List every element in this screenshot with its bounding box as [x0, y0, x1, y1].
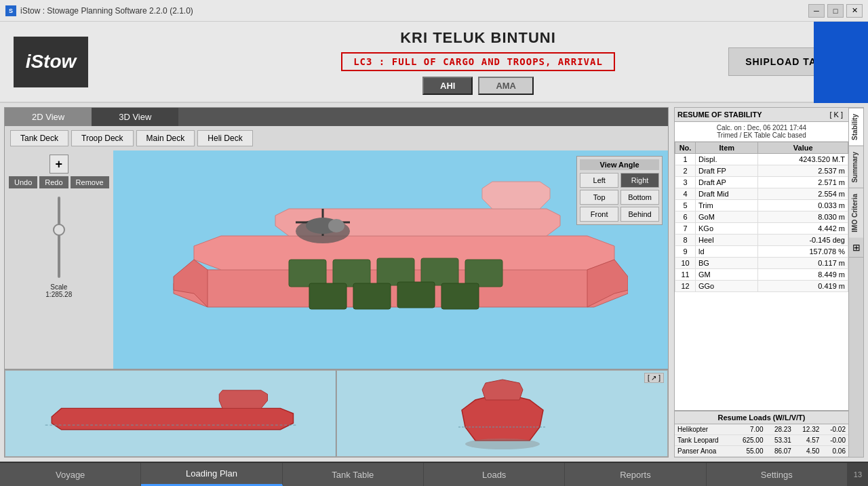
- tank-deck-button[interactable]: Tank Deck: [10, 130, 68, 146]
- side-tab-summary[interactable]: Summary: [849, 146, 863, 188]
- view-angle-title: View Angle: [580, 159, 659, 170]
- left-controls: + Undo Redo Remove Scale 1:285.28: [5, 150, 113, 369]
- resume-loads-title: Resume Loads (W/L/V/T): [675, 411, 848, 424]
- side-view-svg: [42, 380, 300, 447]
- svg-point-19: [328, 219, 344, 232]
- deck-buttons: Tank Deck Troop Deck Main Deck Heli Deck: [5, 126, 668, 150]
- heli-deck-button[interactable]: Heli Deck: [197, 130, 252, 146]
- nav-voyage[interactable]: Voyage: [0, 463, 141, 486]
- scale-label: Scale 1:285.28: [45, 283, 72, 298]
- table-row: 4Draft Mid2.554 m: [675, 188, 848, 200]
- right-panel-wrapper: RESUME OF STABILITY [ K ] Calc. on : Dec…: [674, 107, 864, 458]
- list-item: Helikopter7.0028.2312.32-0.02: [675, 424, 848, 435]
- title-bar: S iStow : Stowage Planning Software 2.2.…: [0, 0, 868, 22]
- window-controls: ─ □ ✕: [808, 4, 863, 18]
- svg-rect-8: [377, 258, 414, 285]
- resume-loads-section: Resume Loads (W/L/V/T) Helikopter7.0028.…: [675, 410, 848, 457]
- view-behind-button[interactable]: Behind: [620, 207, 659, 222]
- svg-rect-7: [333, 260, 370, 287]
- nav-loading-plan[interactable]: Loading Plan: [141, 463, 282, 486]
- table-row: 10BG0.117 m: [675, 258, 848, 269]
- stability-title: RESUME OF STABILITY: [677, 110, 762, 119]
- svg-rect-13: [397, 282, 435, 308]
- stability-calc-info: Calc. on : Dec, 06 2021 17:44 Trimed / E…: [675, 122, 848, 142]
- tab-ahi[interactable]: AHI: [422, 77, 473, 95]
- svg-rect-14: [441, 283, 479, 309]
- nav-reports[interactable]: Reports: [565, 463, 706, 486]
- nav-tank-table[interactable]: Tank Table: [283, 463, 424, 486]
- view-tabs: 2D View 3D View: [5, 108, 668, 126]
- svg-marker-24: [482, 380, 523, 400]
- view-angle-panel: View Angle Left Right Top Bottom Front B…: [576, 156, 663, 225]
- view-left-button[interactable]: Left: [580, 173, 618, 188]
- minimize-button[interactable]: ─: [808, 4, 825, 18]
- resume-loads-table: Helikopter7.0028.2312.32-0.02Tank Leopar…: [675, 424, 848, 457]
- front-view-svg: [435, 373, 570, 454]
- remove-button[interactable]: Remove: [71, 176, 109, 188]
- table-row: 11GM8.449 m: [675, 269, 848, 281]
- slider-thumb[interactable]: [53, 224, 65, 236]
- table-row: 2Draft FP2.537 m: [675, 165, 848, 177]
- redo-button[interactable]: Redo: [39, 176, 68, 188]
- table-row: 12GGo0.419 m: [675, 281, 848, 292]
- footer-nav: Voyage Loading Plan Tank Table Loads Rep…: [0, 462, 868, 486]
- stability-table: No. Item Value 1Displ.4243.520 M.T2Draft…: [675, 142, 848, 410]
- app-header: iStow KRI TELUK BINTUNI LC3 : FULL OF CA…: [0, 22, 868, 103]
- side-tab-icon[interactable]: ⊞: [849, 238, 863, 258]
- expand-button[interactable]: [ ↗ ]: [644, 373, 664, 383]
- col-no: No.: [675, 142, 696, 154]
- nav-loads[interactable]: Loads: [424, 463, 565, 486]
- zoom-slider[interactable]: Scale 1:285.28: [45, 197, 72, 365]
- side-tab-bar: Stability Summary IMO Criteria ⊞: [849, 107, 864, 458]
- view-front-button[interactable]: Front: [580, 207, 618, 222]
- calc-date: Calc. on : Dec, 06 2021 17:44: [679, 124, 844, 131]
- side-tab-stability[interactable]: Stability: [849, 108, 863, 146]
- close-button[interactable]: ✕: [846, 4, 863, 18]
- tab-2d-view[interactable]: 2D View: [5, 108, 92, 126]
- view-right-button[interactable]: Right: [620, 173, 659, 188]
- tab-ama[interactable]: AMA: [478, 77, 534, 95]
- slider-track: [58, 197, 60, 278]
- side-view-left: [5, 370, 336, 457]
- side-tab-imo[interactable]: IMO Criteria: [849, 188, 863, 238]
- list-item: Tank Leopard625.0053.314.57-0.00: [675, 435, 848, 446]
- title-bar-left: S iStow : Stowage Planning Software 2.2.…: [5, 5, 193, 16]
- view-container: 2D View 3D View Tank Deck Troop Deck Mai…: [4, 107, 669, 458]
- view-top-button[interactable]: Top: [580, 190, 618, 205]
- add-button[interactable]: +: [50, 155, 68, 174]
- col-item: Item: [696, 142, 758, 154]
- svg-marker-20: [52, 408, 293, 429]
- col-value: Value: [758, 142, 848, 154]
- blue-accent-bar: [814, 22, 868, 103]
- bottom-split-view: [ ↗ ]: [5, 369, 668, 457]
- table-row: 7KGo4.442 m: [675, 223, 848, 235]
- calc-method: Trimed / EK Table Calc based: [679, 131, 844, 139]
- svg-rect-6: [289, 260, 326, 287]
- side-view-right: [336, 370, 668, 457]
- troop-deck-button[interactable]: Troop Deck: [71, 130, 134, 146]
- svg-marker-3: [482, 182, 550, 209]
- undo-button[interactable]: Undo: [9, 176, 37, 188]
- tab-3d-view[interactable]: 3D View: [92, 108, 178, 126]
- edit-buttons: Undo Redo Remove: [9, 176, 109, 188]
- app-logo: iStow: [14, 37, 88, 87]
- table-row: 3Draft AP2.571 m: [675, 177, 848, 188]
- page-number: 13: [848, 463, 868, 486]
- table-row: 9ld157.078 %: [675, 246, 848, 258]
- svg-rect-12: [353, 283, 391, 309]
- stability-panel-header: RESUME OF STABILITY [ K ]: [675, 108, 848, 122]
- app-title: iStow : Stowage Planning Software 2.2.0 …: [20, 6, 193, 16]
- stability-collapse-button[interactable]: [ K ]: [827, 110, 846, 119]
- table-row: 8Heel-0.145 deg: [675, 235, 848, 246]
- maximize-button[interactable]: □: [827, 4, 844, 18]
- main-deck-button[interactable]: Main Deck: [136, 130, 195, 146]
- list-item: Panser Anoa55.0086.074.500.06: [675, 446, 848, 457]
- stability-panel: RESUME OF STABILITY [ K ] Calc. on : Dec…: [674, 107, 849, 458]
- main-content: 2D View 3D View Tank Deck Troop Deck Mai…: [0, 103, 868, 462]
- nav-settings[interactable]: Settings: [707, 463, 848, 486]
- view-bottom-button[interactable]: Bottom: [620, 190, 659, 205]
- view-body: + Undo Redo Remove Scale 1:285.28: [5, 150, 668, 369]
- view-angle-grid: Left Right Top Bottom Front Behind: [580, 173, 659, 222]
- ship-3d-svg: [153, 158, 628, 361]
- app-icon: S: [5, 5, 16, 16]
